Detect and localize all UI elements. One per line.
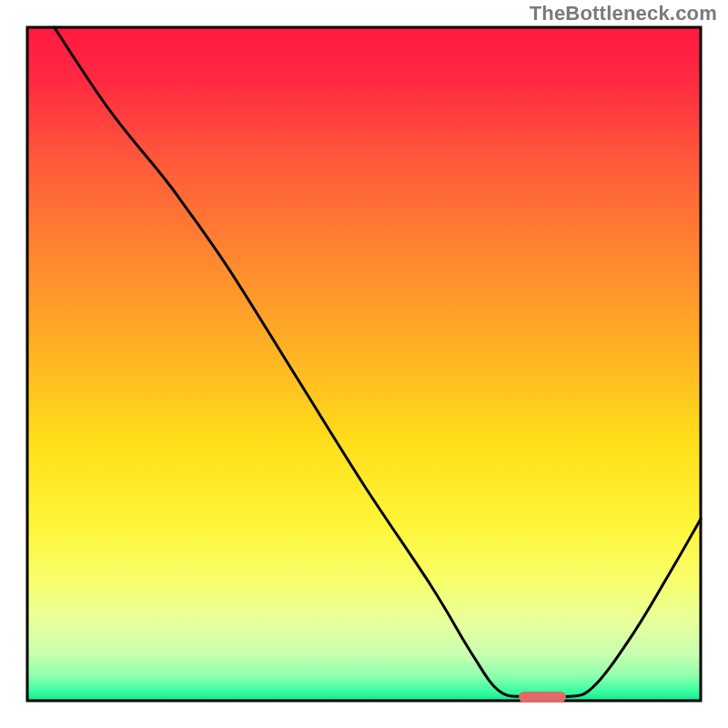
plot-background [27, 27, 701, 701]
bottleneck-chart [0, 0, 728, 728]
watermark-text: TheBottleneck.com [530, 2, 717, 25]
optimal-range-marker [519, 692, 566, 703]
chart-container: TheBottleneck.com [0, 0, 728, 728]
